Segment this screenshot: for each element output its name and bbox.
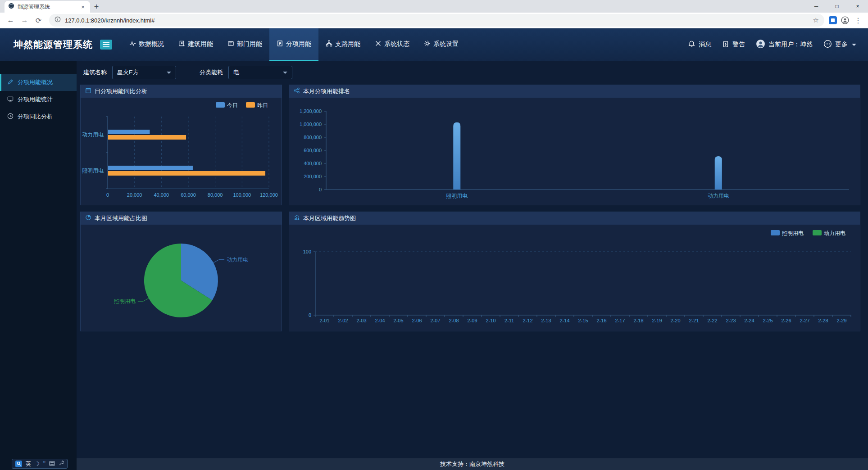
svg-text:2-07: 2-07 [430, 318, 440, 323]
current-user-label: 当前用户：坤然 [768, 41, 813, 49]
current-user[interactable]: 当前用户：坤然 [756, 39, 813, 50]
more-menu-button[interactable]: 更多 [823, 40, 856, 50]
nav-label: 建筑用能 [188, 40, 213, 48]
nav-label: 部门用能 [237, 40, 262, 48]
tab-close-icon[interactable]: × [79, 4, 86, 10]
window-close-button[interactable]: × [847, 0, 868, 13]
energy-type-select[interactable]: 电 [228, 66, 292, 79]
site-favicon-icon [8, 3, 14, 11]
new-tab-button[interactable]: + [90, 1, 103, 13]
window-minimize-button[interactable]: ─ [806, 0, 827, 13]
ime-wrench-icon[interactable] [59, 460, 64, 468]
svg-text:昨日: 昨日 [257, 102, 268, 108]
energy-type-label: 分类能耗 [200, 68, 223, 77]
nav-tab-department-energy[interactable]: 部门用能 [220, 28, 269, 61]
sidebar: 分项用能概况 分项用能统计 分项同比分析 [0, 61, 77, 470]
daily-comparison-chart[interactable]: 今日昨日020,00040,00060,00080,000100,000120,… [81, 98, 282, 205]
panels-grid: 日分项用能同比分析 今日昨日020,00040,00060,00080,0001… [80, 85, 860, 331]
forward-button[interactable]: → [18, 14, 31, 27]
svg-text:100,000: 100,000 [233, 192, 251, 198]
browser-tab-strip: 能源管理系统 × + ─ □ × [0, 0, 868, 13]
svg-text:2-26: 2-26 [781, 318, 791, 323]
chevron-down-icon [283, 72, 287, 74]
sidebar-item-yoy-analysis[interactable]: 分项同比分析 [0, 108, 77, 125]
svg-text:2-01: 2-01 [319, 318, 329, 323]
svg-text:80,000: 80,000 [208, 192, 223, 198]
sidebar-item-label: 分项用能概况 [18, 78, 53, 86]
nav-tab-branch-energy[interactable]: 支路用能 [318, 28, 368, 61]
area-trend-chart[interactable]: 照明用电动力用电01002-012-022-032-042-052-062-07… [289, 225, 860, 331]
calendar-icon [85, 87, 91, 95]
sidebar-item-subitem-overview[interactable]: 分项用能概况 [0, 74, 77, 91]
sidebar-item-label: 分项同比分析 [18, 113, 53, 121]
ime-toolbar[interactable]: 英 ☽ ’’ [12, 459, 68, 469]
svg-text:600,000: 600,000 [304, 148, 322, 153]
extension-icon[interactable] [829, 16, 837, 24]
sidebar-item-subitem-statistics[interactable]: 分项用能统计 [0, 91, 77, 108]
refresh-button[interactable]: ⟳ [32, 14, 45, 27]
browser-profile-icon[interactable] [839, 14, 851, 27]
back-button[interactable]: ← [5, 14, 17, 27]
ime-keyboard-icon[interactable] [49, 460, 55, 468]
alerts-button[interactable]: 警告 [722, 41, 745, 49]
svg-text:照明用电: 照明用电 [82, 167, 104, 174]
nav-tab-system-status[interactable]: 系统状态 [368, 28, 417, 61]
svg-text:2-25: 2-25 [763, 318, 773, 323]
nav-tab-system-settings[interactable]: 系统设置 [417, 28, 466, 61]
bookmark-star-icon[interactable]: ☆ [813, 16, 819, 24]
ime-language-mode[interactable]: 英 [26, 460, 31, 468]
ime-punctuation-icon[interactable]: ’’ [43, 461, 45, 466]
url-text: 127.0.0.1:8020/krznnh/index.html# [65, 17, 809, 24]
area-ratio-pie-chart[interactable]: 动力用电照明用电 [81, 225, 282, 331]
browser-tab[interactable]: 能源管理系统 × [5, 1, 90, 13]
sidebar-item-label: 分项用能统计 [18, 95, 53, 104]
monthly-ranking-chart[interactable]: 0200,000400,000600,000800,0001,000,0001,… [289, 98, 860, 205]
building-name-label: 建筑名称 [83, 68, 107, 77]
building-name-select[interactable]: 星火E方 [112, 66, 176, 79]
svg-text:0: 0 [319, 187, 322, 192]
app-header: 坤然能源管理系统 数据概况 建筑用能 部门用能 分项用能 支路用能 系统状态 [0, 28, 868, 61]
panel-area-trend: 本月区域用能趋势图 照明用电动力用电01002-012-022-032-042-… [289, 212, 860, 331]
menu-toggle-button[interactable] [100, 40, 112, 50]
svg-text:2-05: 2-05 [393, 318, 403, 323]
nav-tab-subitem-energy[interactable]: 分项用能 [269, 28, 318, 61]
svg-text:2-29: 2-29 [836, 318, 846, 323]
svg-text:2-12: 2-12 [523, 318, 532, 323]
ime-fullmoon-icon[interactable]: ☽ [35, 461, 40, 466]
site-info-icon[interactable] [55, 16, 61, 24]
svg-text:2-21: 2-21 [689, 318, 699, 323]
address-bar[interactable]: 127.0.0.1:8020/krznnh/index.html# ☆ [49, 14, 824, 27]
svg-text:2-27: 2-27 [800, 318, 809, 323]
svg-text:动力用电: 动力用电 [82, 131, 104, 138]
messages-button[interactable]: 消息 [688, 40, 711, 49]
panel-title: 本月区域用能占比图 [95, 214, 147, 222]
panel-header: 本月区域用能趋势图 [289, 212, 860, 225]
header-right-cluster: 消息 警告 当前用户：坤然 更多 [688, 28, 856, 61]
panel-monthly-ranking: 本月分项用能排名 0200,000400,000600,000800,0001,… [289, 85, 860, 205]
svg-text:200,000: 200,000 [304, 174, 322, 179]
panel-area-ratio: 本月区域用能占比图 动力用电照明用电 [80, 212, 282, 331]
panel-title: 本月区域用能趋势图 [303, 214, 356, 222]
footer: 技术支持：南京坤然科技 [77, 458, 868, 470]
nav-tab-data-overview[interactable]: 数据概况 [122, 28, 171, 61]
svg-text:0: 0 [309, 312, 311, 318]
ime-logo-icon[interactable] [15, 461, 22, 467]
svg-text:今日: 今日 [227, 102, 238, 108]
svg-text:动力用电: 动力用电 [708, 193, 729, 199]
svg-text:2-17: 2-17 [615, 318, 625, 323]
energy-type-value: 电 [233, 68, 282, 77]
svg-text:2-02: 2-02 [338, 318, 348, 323]
window-maximize-button[interactable]: □ [827, 0, 847, 13]
svg-text:2-24: 2-24 [744, 318, 754, 323]
browser-menu-icon[interactable]: ⋮ [853, 16, 863, 25]
nav-label: 分项用能 [286, 40, 311, 48]
svg-text:100: 100 [303, 249, 311, 254]
alert-doc-icon [722, 41, 729, 49]
gear-icon [424, 40, 431, 48]
nav-tab-building-energy[interactable]: 建筑用能 [171, 28, 220, 61]
svg-text:2-08: 2-08 [449, 318, 459, 323]
ellipsis-circle-icon [823, 40, 832, 50]
svg-text:2-11: 2-11 [504, 318, 514, 323]
panel-title: 日分项用能同比分析 [95, 87, 147, 95]
pie-icon [85, 214, 91, 222]
